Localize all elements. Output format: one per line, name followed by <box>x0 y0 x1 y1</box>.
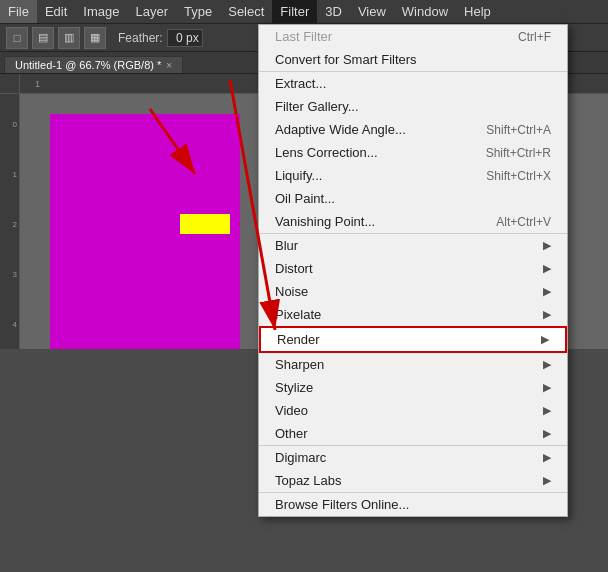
menu-filter-gallery[interactable]: Filter Gallery... <box>259 95 567 118</box>
sharpen-arrow: ▶ <box>543 358 551 371</box>
other-arrow: ▶ <box>543 427 551 440</box>
convert-smart-label: Convert for Smart Filters <box>275 52 417 67</box>
toolbar-btn-1[interactable]: □ <box>6 27 28 49</box>
filter-gallery-label: Filter Gallery... <box>275 99 359 114</box>
menu-sharpen[interactable]: Sharpen ▶ <box>259 353 567 376</box>
digimarc-label: Digimarc <box>275 450 326 465</box>
menu-window[interactable]: Window <box>394 0 456 23</box>
menu-section-5: Browse Filters Online... <box>259 493 567 516</box>
menu-image[interactable]: Image <box>75 0 127 23</box>
video-label: Video <box>275 403 308 418</box>
menu-layer[interactable]: Layer <box>128 0 177 23</box>
adaptive-wide-label: Adaptive Wide Angle... <box>275 122 406 137</box>
liquify-shortcut: Shift+Ctrl+X <box>486 169 551 183</box>
feather-input[interactable] <box>167 29 203 47</box>
ruler-corner <box>0 74 20 94</box>
filter-dropdown-menu: Last Filter Ctrl+F Convert for Smart Fil… <box>258 24 568 517</box>
sharpen-label: Sharpen <box>275 357 324 372</box>
menu-digimarc[interactable]: Digimarc ▶ <box>259 446 567 469</box>
extract-label: Extract... <box>275 76 326 91</box>
menu-video[interactable]: Video ▶ <box>259 399 567 422</box>
menu-bar: File Edit Image Layer Type Select Filter… <box>0 0 608 24</box>
noise-arrow: ▶ <box>543 285 551 298</box>
liquify-label: Liquify... <box>275 168 322 183</box>
other-label: Other <box>275 426 308 441</box>
pixelate-label: Pixelate <box>275 307 321 322</box>
digimarc-arrow: ▶ <box>543 451 551 464</box>
menu-oil-paint[interactable]: Oil Paint... <box>259 187 567 210</box>
oil-paint-label: Oil Paint... <box>275 191 335 206</box>
menu-edit[interactable]: Edit <box>37 0 75 23</box>
menu-type[interactable]: Type <box>176 0 220 23</box>
document-tab[interactable]: Untitled-1 @ 66.7% (RGB/8) * × <box>4 56 183 73</box>
noise-label: Noise <box>275 284 308 299</box>
vanishing-point-label: Vanishing Point... <box>275 214 375 229</box>
menu-lens-correction[interactable]: Lens Correction... Shift+Ctrl+R <box>259 141 567 164</box>
distort-label: Distort <box>275 261 313 276</box>
menu-last-filter[interactable]: Last Filter Ctrl+F <box>259 25 567 48</box>
menu-section-4: Digimarc ▶ Topaz Labs ▶ <box>259 446 567 493</box>
last-filter-shortcut: Ctrl+F <box>518 30 551 44</box>
tab-close-button[interactable]: × <box>166 60 172 71</box>
blur-label: Blur <box>275 238 298 253</box>
menu-stylize[interactable]: Stylize ▶ <box>259 376 567 399</box>
ruler-mark-1: 1 <box>0 149 19 199</box>
menu-browse-filters[interactable]: Browse Filters Online... <box>259 493 567 516</box>
menu-pixelate[interactable]: Pixelate ▶ <box>259 303 567 326</box>
distort-arrow: ▶ <box>543 262 551 275</box>
blur-arrow: ▶ <box>543 239 551 252</box>
lens-correction-shortcut: Shift+Ctrl+R <box>486 146 551 160</box>
menu-distort[interactable]: Distort ▶ <box>259 257 567 280</box>
menu-render[interactable]: Render ▶ <box>259 326 567 353</box>
toolbar-btn-2[interactable]: ▤ <box>32 27 54 49</box>
topaz-labs-arrow: ▶ <box>543 474 551 487</box>
toolbar-btn-3[interactable]: ▥ <box>58 27 80 49</box>
ruler-mark-2: 2 <box>0 199 19 249</box>
lens-correction-label: Lens Correction... <box>275 145 378 160</box>
feather-label: Feather: <box>118 31 163 45</box>
stylize-arrow: ▶ <box>543 381 551 394</box>
browse-filters-label: Browse Filters Online... <box>275 497 409 512</box>
menu-noise[interactable]: Noise ▶ <box>259 280 567 303</box>
menu-liquify[interactable]: Liquify... Shift+Ctrl+X <box>259 164 567 187</box>
menu-blur[interactable]: Blur ▶ <box>259 234 567 257</box>
menu-vanishing-point[interactable]: Vanishing Point... Alt+Ctrl+V <box>259 210 567 233</box>
stylize-label: Stylize <box>275 380 313 395</box>
menu-adaptive-wide[interactable]: Adaptive Wide Angle... Shift+Ctrl+A <box>259 118 567 141</box>
menu-other[interactable]: Other ▶ <box>259 422 567 445</box>
vanishing-point-shortcut: Alt+Ctrl+V <box>496 215 551 229</box>
canvas-image-yellow <box>180 214 230 234</box>
ruler-mark-3: 3 <box>0 249 19 299</box>
render-label: Render <box>277 332 320 347</box>
render-arrow: ▶ <box>541 333 549 346</box>
menu-help[interactable]: Help <box>456 0 499 23</box>
topaz-labs-label: Topaz Labs <box>275 473 342 488</box>
menu-select[interactable]: Select <box>220 0 272 23</box>
ruler-mark-0: 0 <box>0 99 19 149</box>
adaptive-wide-shortcut: Shift+Ctrl+A <box>486 123 551 137</box>
menu-section-3: Blur ▶ Distort ▶ Noise ▶ Pixelate ▶ Rend… <box>259 234 567 446</box>
menu-filter[interactable]: Filter <box>272 0 317 23</box>
last-filter-label: Last Filter <box>275 29 332 44</box>
menu-3d[interactable]: 3D <box>317 0 350 23</box>
menu-view[interactable]: View <box>350 0 394 23</box>
menu-section-2: Extract... Filter Gallery... Adaptive Wi… <box>259 72 567 234</box>
menu-convert-smart-filters[interactable]: Convert for Smart Filters <box>259 48 567 71</box>
toolbar-btn-4[interactable]: ▦ <box>84 27 106 49</box>
menu-file[interactable]: File <box>0 0 37 23</box>
menu-topaz-labs[interactable]: Topaz Labs ▶ <box>259 469 567 492</box>
ruler-mark-4: 4 <box>0 299 19 349</box>
video-arrow: ▶ <box>543 404 551 417</box>
ruler-vertical: 0 1 2 3 4 <box>0 94 20 349</box>
menu-extract[interactable]: Extract... <box>259 72 567 95</box>
pixelate-arrow: ▶ <box>543 308 551 321</box>
tab-title: Untitled-1 @ 66.7% (RGB/8) * <box>15 59 161 71</box>
menu-section-1: Last Filter Ctrl+F Convert for Smart Fil… <box>259 25 567 72</box>
